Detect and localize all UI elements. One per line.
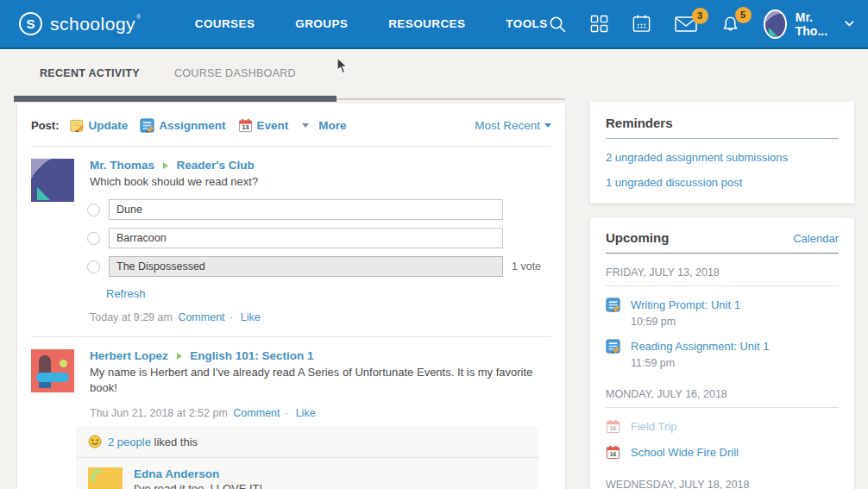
avatar[interactable] xyxy=(31,159,74,202)
event-calendar-icon: 16 xyxy=(606,445,620,460)
commenter-link[interactable]: Edna Anderson xyxy=(134,467,219,480)
activity-feed-card: Post: Update Assignment 13 Event More Mo… xyxy=(17,103,565,489)
context-arrow-icon xyxy=(177,353,182,360)
post-toolbar: Post: Update Assignment 13 Event More Mo… xyxy=(17,103,565,146)
poll-option[interactable]: Barracoon xyxy=(109,228,503,248)
feed-post-poll: Mr. Thomas Reader's Club Which book shou… xyxy=(17,147,565,336)
nav-item-resources[interactable]: RESOURCES xyxy=(388,17,465,30)
feed-tabs: RECENT ACTIVITY COURSE DASHBOARD xyxy=(14,52,565,103)
author-link[interactable]: Herbert Lopez xyxy=(90,349,168,362)
vote-count: 1 vote xyxy=(512,260,541,273)
upcoming-event-time: 11:59 pm xyxy=(631,357,839,369)
author-link[interactable]: Mr. Thomas xyxy=(90,159,154,172)
user-name: Mr. Tho... xyxy=(796,10,836,38)
feed-post-update: Herbert Lopez English 101: Section 1 My … xyxy=(17,337,565,419)
assignment-icon xyxy=(140,118,154,133)
app-grid-icon[interactable] xyxy=(590,15,608,33)
active-tab-underline xyxy=(14,96,337,102)
tab-recent-activity[interactable]: RECENT ACTIVITY xyxy=(40,67,140,79)
nav-item-courses[interactable]: COURSES xyxy=(195,17,255,30)
reminder-ungraded-discussion[interactable]: 1 ungraded discussion post xyxy=(606,176,839,189)
upcoming-event-link[interactable]: Writing Prompt: Unit 1 xyxy=(631,298,740,311)
post-update-button[interactable]: Update xyxy=(70,118,129,133)
post-footer: Thu Jun 21, 2018 at 2:52 pm Comment · Li… xyxy=(90,407,551,419)
nav-item-tools[interactable]: TOOLS xyxy=(506,17,547,30)
reminders-card: Reminders 2 ungraded assignment submissi… xyxy=(590,102,854,204)
post-text: My name is Herbert and I've already read… xyxy=(90,365,551,396)
post-assignment-button[interactable]: Assignment xyxy=(140,118,225,133)
poll-option[interactable]: The Dispossessed xyxy=(109,256,503,277)
upcoming-event-time: 10:59 pm xyxy=(631,316,839,328)
likes-summary: 2 people liked this xyxy=(76,426,539,457)
avatar[interactable] xyxy=(31,349,74,392)
poll-option-row: Dune xyxy=(87,199,551,220)
course-link[interactable]: English 101: Section 1 xyxy=(190,349,313,362)
like-link[interactable]: Like xyxy=(241,311,261,323)
schoology-logo-text: schoology® xyxy=(50,14,142,34)
poll-refresh-link[interactable]: Refresh xyxy=(106,287,146,300)
upcoming-event: 16 School Wide Fire Drill xyxy=(606,445,839,460)
post-timestamp: Today at 9:29 am xyxy=(90,311,173,323)
user-avatar xyxy=(764,9,787,39)
comment-text: I've read it too, I LOVE IT! xyxy=(134,481,301,489)
reminder-ungraded-assignments[interactable]: 2 ungraded assignment submissions xyxy=(606,151,839,164)
notifications-bell-icon[interactable]: 5 xyxy=(720,15,740,34)
poll-radio[interactable] xyxy=(87,204,100,216)
messages-badge: 3 xyxy=(692,8,708,24)
comment-link[interactable]: Comment xyxy=(233,407,280,419)
post-more-button[interactable]: More xyxy=(300,119,346,132)
context-arrow-icon xyxy=(163,162,168,169)
liked-by-link[interactable]: 2 people xyxy=(108,436,151,448)
more-caret-icon xyxy=(302,123,309,128)
comment-link[interactable]: Comment xyxy=(178,311,224,323)
course-link[interactable]: Reader's Club xyxy=(177,159,255,172)
event-calendar-icon: 13 xyxy=(238,118,253,133)
svg-text:16: 16 xyxy=(610,451,617,457)
notifications-badge: 5 xyxy=(735,7,752,23)
poll-option-row: The Dispossessed 1 vote xyxy=(87,256,551,277)
poll-option[interactable]: Dune xyxy=(109,199,503,220)
nav-item-groups[interactable]: GROUPS xyxy=(295,17,348,30)
schoology-logo[interactable]: S schoology® xyxy=(19,12,142,35)
poll-radio[interactable] xyxy=(87,232,100,245)
upcoming-title: Upcoming xyxy=(606,230,669,245)
like-link[interactable]: Like xyxy=(296,407,316,419)
navbar-right-controls: 3 5 Mr. Tho... xyxy=(548,9,854,39)
svg-text:16: 16 xyxy=(610,425,617,431)
tab-course-dashboard[interactable]: COURSE DASHBOARD xyxy=(174,67,296,79)
top-navbar: S schoology® COURSES GROUPS RESOURCES TO… xyxy=(0,0,868,49)
smiley-icon xyxy=(88,435,102,448)
main-nav-menu: COURSES GROUPS RESOURCES TOOLS xyxy=(195,17,548,30)
comments-section: 2 people liked this Edna Anderson I've r… xyxy=(76,426,539,489)
post-byline: Herbert Lopez English 101: Section 1 xyxy=(90,349,551,362)
upcoming-event: Reading Assignment: Unit 1 xyxy=(606,339,839,354)
poll-option-row: Barracoon xyxy=(87,228,551,248)
sort-dropdown[interactable]: Most Recent xyxy=(475,119,551,132)
schoology-logo-icon: S xyxy=(19,12,42,35)
upcoming-date-header: WEDNESDAY, JULY 18, 2018 xyxy=(606,479,839,489)
upcoming-date-header: MONDAY, JULY 16, 2018 xyxy=(606,388,839,408)
messages-icon[interactable]: 3 xyxy=(675,16,697,33)
assignment-icon xyxy=(606,298,620,312)
upcoming-event-link[interactable]: Reading Assignment: Unit 1 xyxy=(631,340,769,353)
sort-caret-icon xyxy=(544,123,551,128)
upcoming-event-link[interactable]: School Wide Fire Drill xyxy=(631,446,739,459)
user-menu[interactable]: Mr. Tho... xyxy=(764,9,854,39)
avatar[interactable] xyxy=(88,467,123,489)
comment: Edna Anderson I've read it too, I LOVE I… xyxy=(76,458,539,489)
calendar-icon[interactable] xyxy=(632,14,651,34)
calendar-link[interactable]: Calendar xyxy=(793,232,839,245)
chevron-down-icon xyxy=(845,20,854,28)
upcoming-card: Upcoming Calendar FRIDAY, JULY 13, 2018 … xyxy=(590,218,854,489)
post-byline: Mr. Thomas Reader's Club xyxy=(90,159,551,172)
post-timestamp: Thu Jun 21, 2018 at 2:52 pm xyxy=(90,407,228,419)
svg-text:13: 13 xyxy=(242,124,248,131)
event-calendar-icon: 16 xyxy=(606,419,620,434)
upcoming-event-link[interactable]: Field Trip xyxy=(631,420,676,433)
upcoming-event: 16 Field Trip xyxy=(606,419,839,434)
poll-radio[interactable] xyxy=(87,260,100,273)
update-note-icon xyxy=(70,118,85,133)
post-event-button[interactable]: 13 Event xyxy=(238,118,289,133)
search-icon[interactable] xyxy=(548,15,567,34)
poll: Dune Barracoon The Dispossessed 1 vote R… xyxy=(87,199,551,300)
